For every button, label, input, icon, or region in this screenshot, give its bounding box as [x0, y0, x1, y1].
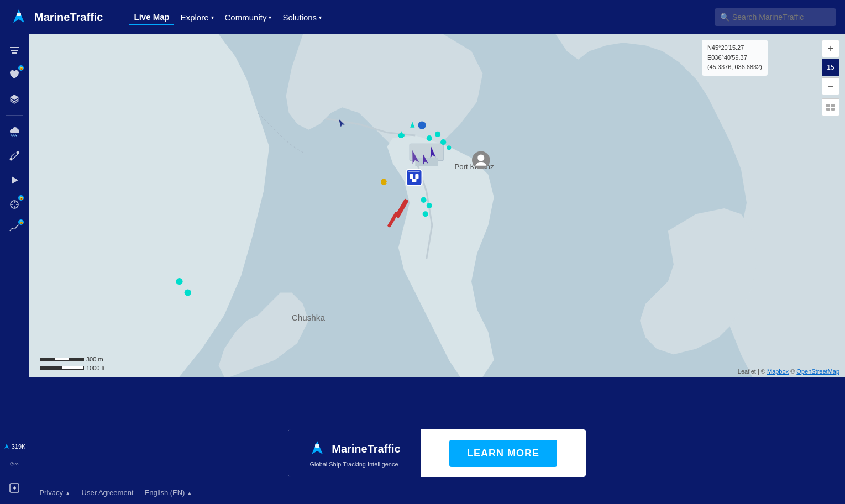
- privacy-chevron-icon: ▲: [65, 490, 71, 496]
- search-container: 🔍: [715, 8, 836, 26]
- svg-rect-57: [831, 104, 835, 107]
- bottom-banner: MarineTraffic Global Ship Tracking Intel…: [29, 426, 845, 481]
- svg-text:Chushka: Chushka: [292, 313, 326, 322]
- play-icon: [9, 175, 19, 185]
- nav-live-map[interactable]: Live Map: [129, 10, 174, 25]
- nav-community[interactable]: Community ▾: [221, 10, 276, 25]
- svg-rect-59: [831, 108, 835, 111]
- svg-rect-52: [412, 179, 416, 182]
- banner-tagline: Global Ship Tracking Intelligence: [309, 461, 398, 468]
- osm-link[interactable]: OpenStreetMap: [796, 368, 839, 375]
- map-type-icon: [826, 103, 836, 111]
- map-svg: Port Kavkaz Chushka: [29, 34, 845, 377]
- sidebar-filter-btn[interactable]: [4, 40, 25, 61]
- svg-line-8: [13, 135, 14, 136]
- footer: Terms Privacy ▲ User Agreement English (…: [0, 481, 845, 504]
- lock-badge-analytics: 🔒: [18, 219, 24, 225]
- svg-point-55: [477, 155, 484, 161]
- map-background: Port Kavkaz Chushka: [29, 34, 845, 377]
- svg-point-35: [427, 203, 432, 208]
- svg-point-37: [176, 278, 182, 285]
- analytics-icon: [9, 223, 20, 234]
- footer-privacy-link[interactable]: Privacy ▲: [39, 489, 70, 497]
- banner-logo-area: MarineTraffic Global Ship Tracking Intel…: [288, 429, 421, 477]
- weather-icon: [8, 125, 20, 138]
- svg-point-33: [447, 145, 451, 150]
- svg-point-30: [427, 135, 432, 141]
- vessel-count: 319K: [3, 443, 26, 450]
- svg-rect-50: [410, 174, 413, 179]
- banner-cta-area: LEARN MORE: [421, 440, 586, 467]
- share-icon: [9, 483, 19, 493]
- sidebar: 🔒 🔒: [0, 34, 29, 504]
- solutions-chevron-icon: ▾: [319, 14, 322, 20]
- header: MarineTraffic Live Map Explore ▾ Communi…: [0, 0, 845, 34]
- sidebar-analytics-btn[interactable]: 🔒: [4, 218, 25, 239]
- mapbox-link[interactable]: Mapbox: [767, 368, 789, 375]
- svg-point-32: [440, 139, 446, 145]
- map-container[interactable]: Port Kavkaz Chushka: [29, 34, 845, 377]
- svg-rect-56: [826, 104, 830, 107]
- sidebar-divider: [6, 115, 23, 116]
- sidebar-play-btn[interactable]: [4, 170, 25, 191]
- svg-marker-12: [12, 176, 18, 184]
- svg-point-31: [435, 132, 440, 137]
- footer-useragreement-link[interactable]: User Agreement: [82, 489, 134, 497]
- svg-rect-2: [17, 13, 21, 16]
- svg-marker-18: [4, 444, 9, 449]
- banner-content: MarineTraffic Global Ship Tracking Intel…: [288, 429, 586, 477]
- scale-bar: 300 m 1000 ft: [40, 356, 105, 371]
- svg-rect-61: [315, 444, 319, 448]
- svg-rect-51: [415, 174, 418, 179]
- sidebar-bottom: 319K ⟳∞: [3, 443, 26, 504]
- logo-area[interactable]: MarineTraffic: [9, 7, 103, 27]
- coord-display: N45°20'15.27 E036°40'59.37 (45.3376, 036…: [702, 40, 768, 76]
- sidebar-share-btn[interactable]: [4, 477, 25, 498]
- search-input[interactable]: [715, 8, 836, 26]
- filter-icon: [9, 45, 20, 56]
- svg-marker-6: [10, 95, 19, 100]
- community-chevron-icon: ▾: [269, 14, 271, 20]
- svg-point-34: [421, 197, 427, 203]
- sidebar-measure-btn[interactable]: 🔒: [4, 194, 25, 215]
- zoom-controls: + 15 −: [822, 40, 839, 116]
- footer-language-link[interactable]: English (EN) ▲: [144, 489, 192, 497]
- main-nav: Live Map Explore ▾ Community ▾ Solutions…: [129, 10, 326, 25]
- explore-chevron-icon: ▾: [211, 14, 214, 20]
- nav-solutions[interactable]: Solutions ▾: [278, 10, 326, 25]
- lock-badge: 🔒: [18, 65, 24, 71]
- map-scale: 300 m 1000 ft: [40, 356, 105, 371]
- sidebar-loop-btn[interactable]: ⟳∞: [4, 453, 25, 474]
- map-type-button[interactable]: [822, 98, 839, 116]
- layers-icon: [9, 93, 20, 104]
- svg-point-38: [185, 289, 191, 296]
- svg-rect-58: [826, 108, 830, 111]
- zoom-in-button[interactable]: +: [822, 40, 839, 57]
- learn-more-button[interactable]: LEARN MORE: [449, 440, 557, 467]
- sidebar-favorites-btn[interactable]: 🔒: [4, 64, 25, 85]
- sidebar-weather-btn[interactable]: [4, 121, 25, 142]
- logo-icon: [9, 7, 29, 27]
- banner-logo-icon: [307, 439, 327, 459]
- svg-line-7: [11, 135, 12, 136]
- zoom-level-display: 15: [822, 59, 839, 76]
- language-chevron-icon: ▲: [187, 490, 192, 496]
- sidebar-route-btn[interactable]: [4, 145, 25, 166]
- svg-line-9: [15, 135, 17, 136]
- svg-point-39: [418, 122, 426, 129]
- lock-badge-measure: 🔒: [18, 195, 24, 201]
- zoom-out-button[interactable]: −: [822, 77, 839, 95]
- banner-logo-text: MarineTraffic: [332, 443, 400, 455]
- vessel-count-icon: [3, 443, 10, 450]
- sidebar-layers-btn[interactable]: [4, 88, 25, 109]
- svg-point-11: [17, 151, 19, 154]
- svg-point-36: [423, 211, 428, 217]
- heart-icon: [9, 69, 20, 80]
- route-icon: [9, 150, 20, 161]
- measure-icon: [9, 199, 20, 210]
- nav-explore[interactable]: Explore ▾: [176, 10, 218, 25]
- attribution: Leaflet | © Mapbox © OpenStreetMap: [738, 368, 839, 375]
- logo-text: MarineTraffic: [34, 11, 103, 24]
